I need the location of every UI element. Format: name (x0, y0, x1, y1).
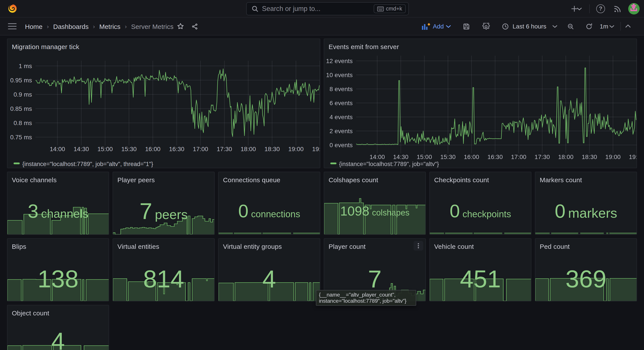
svg-text:0.8 ms: 0.8 ms (14, 120, 32, 126)
svg-text:0.9 ms: 0.9 ms (14, 91, 32, 98)
svg-text:2 events: 2 events (330, 128, 353, 134)
svg-text:1 ms: 1 ms (18, 63, 32, 70)
svg-text:17:30: 17:30 (217, 146, 232, 152)
svg-text:{instance="localhost:7789", jo: {instance="localhost:7789", job="altv", … (22, 161, 153, 167)
svg-text:14:30: 14:30 (74, 146, 89, 152)
svg-text:17:30: 17:30 (534, 154, 550, 160)
svg-text:15:30: 15:30 (440, 154, 456, 160)
svg-text:19:00: 19:00 (288, 146, 304, 152)
svg-text:16:00: 16:00 (464, 154, 479, 160)
svg-text:0.75 ms: 0.75 ms (10, 134, 32, 140)
svg-text:17:00: 17:00 (193, 146, 208, 152)
svg-text:15:00: 15:00 (417, 154, 432, 160)
svg-text:18:30: 18:30 (264, 146, 280, 152)
svg-text:8 events: 8 events (330, 86, 353, 92)
svg-text:12 events: 12 events (326, 58, 353, 64)
svg-text:15:30: 15:30 (121, 146, 137, 152)
svg-text:17:00: 17:00 (511, 154, 526, 160)
svg-text:16:30: 16:30 (488, 154, 503, 160)
svg-text:15:00: 15:00 (98, 146, 113, 152)
svg-text:14:30: 14:30 (393, 154, 408, 160)
svg-text:4 events: 4 events (330, 114, 353, 120)
svg-text:18:30: 18:30 (582, 154, 597, 160)
svg-text:19:30: 19:30 (629, 154, 637, 160)
svg-text:19:30: 19:30 (312, 146, 320, 152)
svg-text:19:00: 19:00 (605, 154, 620, 160)
svg-text:18:00: 18:00 (240, 146, 256, 152)
svg-text:14:00: 14:00 (370, 154, 385, 160)
svg-text:16:30: 16:30 (169, 146, 184, 152)
svg-text:{instance="localhost:7789", jo: {instance="localhost:7789", job="altv"} (339, 161, 439, 167)
svg-text:18:00: 18:00 (558, 154, 574, 160)
svg-text:0.95 ms: 0.95 ms (10, 77, 32, 84)
svg-text:6 events: 6 events (330, 100, 353, 106)
svg-text:0 events: 0 events (330, 142, 353, 148)
svg-text:14:00: 14:00 (50, 146, 65, 152)
svg-text:16:00: 16:00 (145, 146, 160, 152)
svg-text:10 events: 10 events (326, 72, 353, 78)
svg-text:0.85 ms: 0.85 ms (10, 105, 32, 112)
